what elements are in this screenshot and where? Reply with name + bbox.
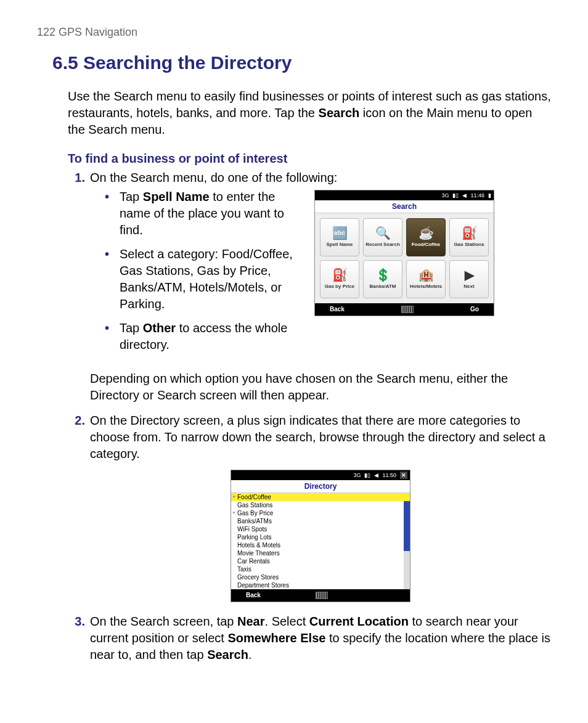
- tile-label: Next: [463, 284, 474, 290]
- directory-item[interactable]: Parking Lots: [231, 533, 410, 541]
- tile-icon: ☕: [419, 227, 434, 239]
- step1-after: Depending on which option you have chose…: [90, 370, 551, 404]
- s3a: On the Search screen, tap: [90, 615, 237, 628]
- search-tile[interactable]: 🏨Hotels/Motels: [406, 260, 446, 298]
- search-tile[interactable]: ⛽Gas by Price: [320, 260, 359, 298]
- tile-label: Food/Coffee: [412, 242, 441, 248]
- bullet-category: Select a category: Food/Coffee, Gas Stat…: [105, 246, 302, 312]
- status-bar-dir: 3G ▮▯ ◀ 11:50 ✕: [231, 470, 410, 480]
- keyboard-icon[interactable]: [401, 306, 414, 313]
- bullet3-text-a: Tap: [120, 321, 143, 335]
- signal-icon: ▮▯: [364, 472, 370, 479]
- tile-icon: 🔍: [375, 227, 391, 239]
- step-1: 1. On the Search menu, do one of the fol…: [68, 170, 551, 404]
- volume-icon: ◀: [462, 192, 467, 199]
- s3c: . Select: [265, 615, 309, 628]
- back-button[interactable]: Back: [246, 591, 261, 600]
- intro-paragraph: Use the Search menu to easily find busin…: [68, 88, 551, 138]
- directory-item[interactable]: Taxis: [231, 565, 410, 573]
- step1-intro: On the Search menu, do one of the follow…: [90, 170, 551, 186]
- page-header: 122 GPS Navigation: [37, 25, 551, 39]
- step-2: 2. On the Directory screen, a plus sign …: [68, 412, 551, 602]
- signal-icon: ▮▯: [452, 192, 459, 199]
- tile-icon: ⛽: [332, 269, 348, 281]
- network-icon: 3G: [353, 472, 361, 479]
- tile-icon: ▶: [465, 269, 474, 281]
- bottom-bar-search: Back Go: [315, 303, 494, 316]
- status-bar: 3G ▮▯ ◀ 11:46 ▮: [315, 190, 494, 200]
- s3b1: Near: [237, 615, 264, 628]
- step3-text: On the Search screen, tap Near. Select C…: [90, 613, 551, 663]
- directory-item[interactable]: Car Rentals: [231, 557, 410, 565]
- directory-item[interactable]: Food/Coffee: [231, 493, 410, 501]
- search-tile[interactable]: 🔍Recent Search: [363, 218, 402, 256]
- directory-list: Food/CoffeeGas StationsGas By PriceBanks…: [231, 493, 410, 589]
- search-screenshot: 3G ▮▯ ◀ 11:46 ▮ Search 🔤Spell Name🔍Recen…: [314, 190, 494, 316]
- step-number-2: 2.: [68, 412, 85, 429]
- s3b2: Current Location: [309, 615, 409, 628]
- bullet-spell-name: Tap Spell Name to enter the name of the …: [105, 189, 302, 239]
- search-tile[interactable]: 💲Banks/ATM: [363, 260, 402, 298]
- tile-label: Hotels/Motels: [410, 284, 442, 290]
- s3f: .: [248, 648, 252, 661]
- directory-item[interactable]: Grocery Stores: [231, 573, 410, 581]
- directory-item[interactable]: Gas By Price: [231, 509, 410, 517]
- search-tile[interactable]: ⛽Gas Stations: [449, 218, 489, 256]
- directory-screenshot: 3G ▮▯ ◀ 11:50 ✕ Directory Food/CoffeeGas…: [231, 470, 410, 602]
- search-tile-grid: 🔤Spell Name🔍Recent Search☕Food/Coffee⛽Ga…: [315, 213, 494, 303]
- bottom-bar-dir: Back: [231, 589, 410, 602]
- step-3: 3. On the Search screen, tap Near. Selec…: [68, 613, 551, 663]
- battery-icon: ▮: [488, 192, 491, 199]
- keyboard-icon[interactable]: [316, 592, 328, 599]
- tile-label: Recent Search: [365, 242, 400, 248]
- bullet3-bold: Other: [143, 321, 176, 335]
- s3b3: Somewhere Else: [227, 631, 325, 645]
- directory-item[interactable]: Banks/ATMs: [231, 517, 410, 525]
- section-title: 6.5 Searching the Directory: [52, 51, 551, 76]
- clock: 11:46: [470, 192, 484, 199]
- search-tile[interactable]: ☕Food/Coffee: [406, 218, 446, 256]
- tile-icon: 🏨: [419, 269, 434, 281]
- back-button[interactable]: Back: [330, 305, 345, 314]
- directory-item[interactable]: Movie Theaters: [231, 549, 410, 557]
- screen-title-search: Search: [315, 200, 494, 213]
- go-button[interactable]: Go: [470, 305, 479, 314]
- tile-label: Spell Name: [326, 242, 353, 248]
- tile-label: Gas Stations: [454, 242, 484, 248]
- bullet1-bold: Spell Name: [143, 190, 210, 203]
- screen-title-directory: Directory: [231, 480, 410, 493]
- tile-label: Banks/ATM: [370, 284, 396, 290]
- clock: 11:50: [382, 472, 396, 479]
- bullet1-text-a: Tap: [120, 190, 143, 203]
- bullet-other: Tap Other to access the whole directory.: [105, 320, 302, 353]
- subheading: To find a business or point of interest: [68, 150, 551, 167]
- step-number-3: 3.: [68, 613, 85, 630]
- search-tile[interactable]: 🔤Spell Name: [320, 218, 359, 256]
- intro-bold: Search: [319, 106, 360, 120]
- step-number-1: 1.: [68, 170, 85, 186]
- close-icon[interactable]: ✕: [400, 472, 407, 479]
- directory-item[interactable]: WiFi Spots: [231, 525, 410, 533]
- directory-item[interactable]: Gas Stations: [231, 501, 410, 509]
- s3b4: Search: [207, 648, 248, 661]
- directory-item[interactable]: Department Stores: [231, 581, 410, 589]
- search-tile[interactable]: ▶Next: [449, 260, 489, 298]
- tile-icon: 💲: [375, 269, 391, 281]
- network-icon: 3G: [441, 192, 449, 199]
- directory-item[interactable]: Hotels & Motels: [231, 541, 410, 549]
- tile-icon: ⛽: [462, 227, 477, 239]
- tile-label: Gas by Price: [325, 284, 354, 290]
- volume-icon: ◀: [374, 472, 378, 479]
- step2-text: On the Directory screen, a plus sign ind…: [90, 412, 551, 462]
- tile-icon: 🔤: [332, 227, 348, 239]
